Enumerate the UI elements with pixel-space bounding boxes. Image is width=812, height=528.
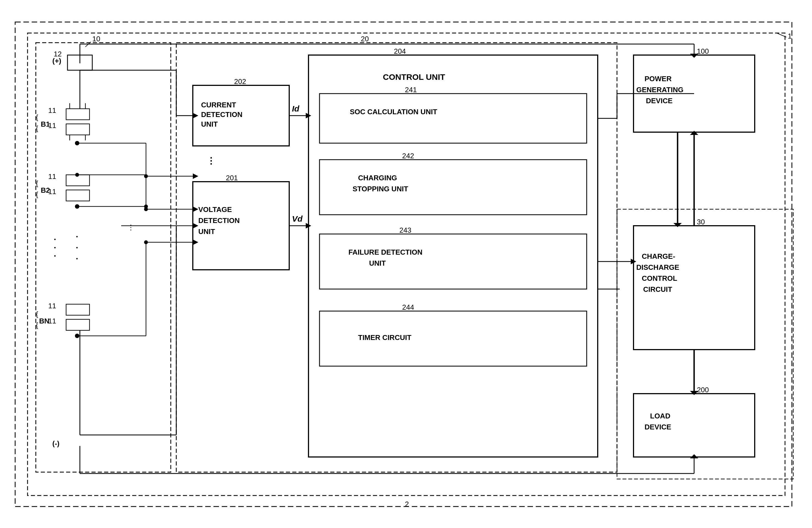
dots-battery: · — [76, 232, 78, 241]
charge-discharge-label4: CIRCUIT — [643, 285, 672, 293]
bn-brace2: { — [36, 321, 38, 329]
power-label1: POWER — [644, 75, 671, 83]
load-label1: LOAD — [650, 412, 670, 420]
b1-brace2: { — [36, 124, 38, 132]
dots-battery2: · — [76, 243, 78, 252]
cell-label-b2-2: 11 — [48, 188, 56, 196]
current-detect-num: 202 — [234, 77, 246, 86]
minus-terminal: (-) — [52, 439, 59, 448]
b2-brace1: { — [36, 179, 38, 188]
bms-label-20: 20 — [361, 35, 369, 43]
charging-label2: STOPPING UNIT — [352, 185, 408, 193]
charge-discharge-label3: CONTROL — [642, 274, 677, 282]
svg-point-83 — [75, 173, 79, 177]
b2-brace2: { — [36, 190, 38, 199]
svg-point-78 — [144, 240, 148, 244]
charging-num: 242 — [402, 152, 414, 160]
vd-inner-dots: ⋮ — [206, 156, 215, 166]
label-12: 12 — [54, 50, 62, 58]
cell-label-b1-2: 11 — [48, 121, 56, 130]
charge-discharge-num: 30 — [697, 218, 705, 226]
bn-label: BN — [39, 317, 49, 325]
current-detect-label2: DETECTION — [201, 111, 242, 119]
load-label2: DEVICE — [644, 423, 671, 431]
cell-label-b1-1: 11 — [48, 106, 56, 115]
failure-label2: UNIT — [369, 259, 386, 267]
soc-num: 241 — [405, 86, 417, 94]
voltage-detect-num: 201 — [226, 174, 238, 182]
failure-label1: FAILURE DETECTION — [348, 248, 422, 256]
system-label-2: 2 — [405, 500, 409, 508]
voltage-detect-label2: DETECTION — [198, 216, 240, 225]
bn-brace1: { — [36, 310, 38, 318]
cell-label-bn-1: 11 — [48, 302, 56, 310]
dots-conn3: · — [54, 251, 56, 261]
power-label3: DEVICE — [646, 97, 672, 105]
charging-label1: CHARGING — [358, 174, 397, 182]
system-label-1: 1 — [788, 32, 792, 40]
charge-discharge-label2: DISCHARGE — [636, 263, 679, 272]
svg-point-77 — [144, 207, 148, 211]
power-num: 100 — [697, 47, 709, 55]
vd-dots: ⋮ — [127, 223, 134, 232]
cell-label-bn-2: 11 — [48, 317, 56, 325]
b1-brace1: { — [36, 113, 38, 121]
load-num: 200 — [697, 386, 709, 394]
cell-label-b2-1: 11 — [48, 172, 56, 180]
soc-label1: SOC CALCULATION UNIT — [350, 108, 437, 116]
control-unit-num: 204 — [394, 47, 406, 55]
id-label: Id — [292, 104, 300, 113]
failure-num: 243 — [400, 226, 411, 234]
power-label2: GENERATING — [636, 86, 683, 94]
battery-block-label: 10 — [92, 35, 100, 43]
diagram-container: 1 2 10 (+) (-) B1 { { 11 11 — [0, 0, 812, 528]
current-detect-label3: UNIT — [201, 120, 218, 128]
voltage-detect-label3: UNIT — [198, 228, 215, 236]
timer-num: 244 — [402, 303, 414, 311]
voltage-detect-label1: VOLTAGE — [198, 205, 232, 214]
control-unit-label: CONTROL UNIT — [383, 72, 445, 82]
timer-label: TIMER CIRCUIT — [358, 333, 411, 342]
current-detect-label1: CURRENT — [201, 101, 236, 109]
dots-battery3: · — [76, 253, 78, 263]
charge-discharge-label1: CHARGE- — [642, 252, 675, 261]
vd-label: Vd — [292, 214, 303, 223]
